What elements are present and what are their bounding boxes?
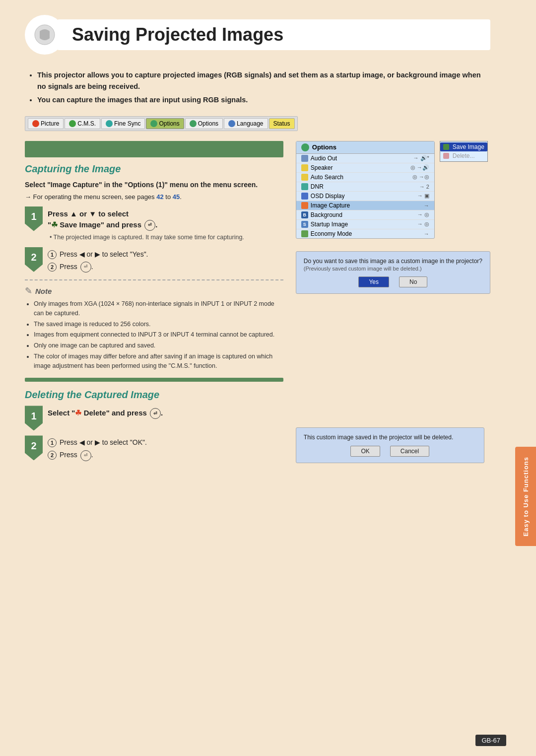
enter-button-4: ⏎ — [80, 450, 91, 461]
popup-delete-icon — [443, 153, 449, 159]
opt-dnr-label: DNR — [311, 183, 324, 190]
opt-startup-arrow: → ◎ — [417, 221, 429, 227]
popup-save-icon — [443, 144, 449, 150]
options-row-background: B Background → ◎ — [296, 210, 434, 220]
opt-osd-left: OSD Display — [301, 193, 345, 200]
popup-save-image[interactable]: Save Image — [440, 142, 487, 151]
step-1-content: Press ▲ or ▼ to select "☘ Save Image" an… — [48, 206, 283, 242]
menu-cms-label: C.M.S. — [77, 120, 96, 127]
capture-section-title: Capturing the Image — [25, 163, 283, 175]
title-area: Saving Projected Images — [25, 15, 490, 55]
menu-item-cms[interactable]: C.M.S. — [65, 118, 100, 129]
step-2-content: 1 Press ◀ or ▶ to select "Yes". 2 Press … — [48, 247, 283, 275]
menu-bar: Picture C.M.S. Fine Sync Options Options… — [25, 116, 298, 131]
intro-bullets: This projector allows you to capture pro… — [25, 69, 490, 106]
delete-dialog: This custom image saved in the projector… — [296, 427, 484, 463]
save-delete-popup: Save Image Delete... — [440, 141, 488, 162]
opt-startup-icon: S — [301, 221, 308, 228]
step-1-row: 1 Press ▲ or ▼ to select "☘ Save Image" … — [25, 206, 283, 242]
page-number-value: 67 — [493, 737, 500, 744]
step-1-text: Press ▲ or ▼ to select "☘ Save Image" an… — [48, 209, 157, 229]
options-row-dnr: DNR → 2 — [296, 182, 434, 192]
note-bullet-2: Images from equipment connected to INPUT… — [34, 330, 283, 340]
options-menu-box: Options Audio Out → 🔊* — [296, 141, 435, 239]
right-tab-label: Easy to Use Functions — [522, 457, 530, 536]
page-number-text: GB — [481, 737, 491, 744]
section-divider — [25, 378, 283, 382]
delete-ok-button[interactable]: OK — [350, 446, 380, 457]
delete-sub-step-1-text: Press ◀ or ▶ to select "OK". — [60, 437, 147, 448]
step-1-badge: 1 — [25, 206, 43, 231]
note-bullet-0: Only images from XGA (1024 × 768) non-in… — [34, 299, 283, 318]
options-row-osd: OSD Display → ▣ — [296, 192, 434, 201]
step-2-row: 2 1 Press ◀ or ▶ to select "Yes". 2 Pres… — [25, 247, 283, 275]
note-header: ✎ Note — [25, 285, 283, 296]
capture-arrow-note: → For operating the menu screen, see pag… — [25, 193, 283, 201]
opt-startup-label: Startup Image — [311, 221, 348, 228]
delete-dialog-buttons: OK Cancel — [304, 446, 476, 457]
opt-autosearch-label: Auto Search — [311, 174, 343, 181]
options-row-speaker: Speaker ◎ →🔊 — [296, 163, 434, 173]
delete-section-title: Deleting the Captured Image — [25, 389, 283, 401]
sub-step-2-2-text: Press ⏎. — [60, 262, 93, 273]
options-row-economy: Economy Mode → — [296, 229, 434, 238]
delete-sub-step-2-text: Press ⏎. — [60, 450, 93, 461]
opt-imagecapture-label: Image Capture — [311, 202, 350, 209]
options-row-autosearch: Auto Search ◎ →◎ — [296, 173, 434, 182]
menu-item-options1[interactable]: Options — [146, 118, 184, 129]
opt-economy-label: Economy Mode — [311, 230, 352, 237]
menu-options2-label: Options — [198, 120, 218, 127]
delete-step-1-content: Select "☘ Delete" and press ⏎. — [48, 406, 283, 419]
popup-delete-label: Delete... — [453, 152, 475, 159]
menu-item-picture[interactable]: Picture — [28, 118, 64, 129]
delete-dialog-message: This custom image saved in the projector… — [304, 434, 476, 441]
delete-step-2-content: 1 Press ◀ or ▶ to select "OK". 2 Press ⏎… — [48, 435, 283, 463]
confirm-message-1: Do you want to save this image as a cust… — [304, 258, 482, 265]
confirm-message-2: (Previously saved custom image will be d… — [304, 266, 482, 272]
menu-item-language[interactable]: Language — [224, 118, 268, 129]
delete-step-2-badge: 2 — [25, 435, 43, 460]
link-45[interactable]: 45 — [173, 193, 180, 201]
opt-audio-left: Audio Out — [301, 155, 337, 162]
capture-section-header — [25, 141, 283, 157]
enter-button-1: ⏎ — [144, 220, 155, 231]
menu-item-options2[interactable]: Options — [185, 118, 223, 129]
opt-speaker-arrow: ◎ →🔊 — [410, 164, 429, 171]
capture-header-bg — [31, 144, 33, 154]
menu-item-status[interactable]: Status — [269, 118, 295, 129]
confirm-buttons: Yes No — [304, 276, 482, 287]
delete-step-1-badge: 1 — [25, 406, 43, 430]
popup-delete-item: Delete... — [440, 151, 487, 160]
menu-item-finesync[interactable]: Fine Sync — [101, 118, 145, 129]
opt-speaker-icon — [301, 164, 308, 171]
confirm-yes-button[interactable]: Yes — [358, 276, 389, 287]
note-bullet-1: The saved image is reduced to 256 colors… — [34, 320, 283, 329]
opt-imagecapture-arrow: → — [424, 203, 429, 208]
opt-osd-icon — [301, 193, 308, 200]
delete-sub-step-2: 2 Press ⏎. — [48, 450, 283, 461]
delete-sub-step-1: 1 Press ◀ or ▶ to select "OK". — [48, 437, 283, 448]
link-42[interactable]: 42 — [156, 193, 163, 201]
title-circle-graphic — [32, 22, 57, 47]
menu-finesync-label: Fine Sync — [114, 120, 140, 127]
options-row-imagecapture: Image Capture → — [296, 201, 434, 210]
opt-economy-icon — [301, 230, 308, 237]
step-1-bullet: • The projected image is captured. It ma… — [50, 233, 283, 242]
step-2-badge: 2 — [25, 247, 43, 272]
popup-save-label: Save Image — [453, 143, 484, 150]
note-section: ✎ Note Only images from XGA (1024 × 768)… — [25, 279, 283, 370]
opt-imagecapture-left: Image Capture — [301, 202, 350, 209]
delete-step-1-row: 1 Select "☘ Delete" and press ⏎. — [25, 406, 283, 430]
note-bullet-4: The color of images may differ before an… — [34, 352, 283, 371]
opt-autosearch-icon — [301, 174, 308, 181]
intro-bullet-2: You can capture the images that are inpu… — [37, 94, 490, 106]
delete-cancel-button[interactable]: Cancel — [390, 446, 429, 457]
delete-circle-1: 1 — [48, 438, 57, 447]
options-menu-title: Options — [296, 141, 434, 154]
opt-autosearch-left: Auto Search — [301, 174, 343, 181]
opt-osd-arrow: → ▣ — [417, 193, 429, 199]
confirm-no-button[interactable]: No — [399, 276, 427, 287]
confirm-dialog: Do you want to save this image as a cust… — [296, 251, 490, 294]
sub-step-2-1: 1 Press ◀ or ▶ to select "Yes". — [48, 249, 283, 260]
page-container: Easy to Use Functions Saving Projected I… — [0, 0, 536, 756]
